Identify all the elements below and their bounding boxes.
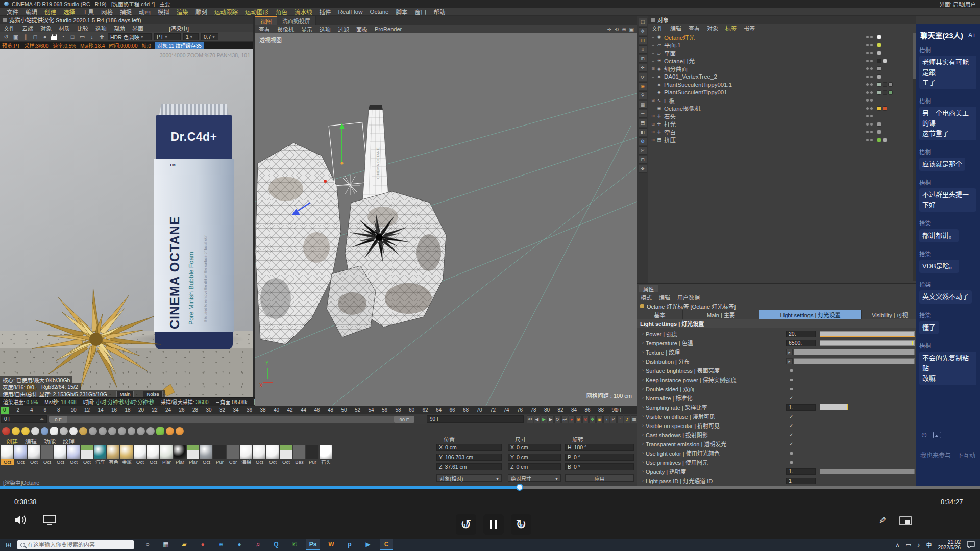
menu-工具[interactable]: 工具 bbox=[79, 8, 97, 16]
rewind-10-button[interactable]: ↺10 bbox=[456, 514, 476, 535]
side-tool-icon-15[interactable]: ⊡ bbox=[639, 156, 647, 164]
grid-icon[interactable]: ▦ bbox=[631, 415, 638, 423]
visibility-dots[interactable] bbox=[866, 44, 873, 46]
material-item[interactable]: 有色 bbox=[107, 445, 120, 467]
side-tool-icon-1[interactable]: ✥ bbox=[639, 27, 647, 35]
material-item[interactable]: Oct bbox=[81, 445, 93, 467]
tag-chip[interactable] bbox=[888, 82, 893, 87]
visibility-dot-bottom[interactable] bbox=[870, 76, 873, 78]
side-tool-icon-14[interactable]: ✂ bbox=[639, 146, 647, 155]
rotation-key-icon[interactable]: ◑ bbox=[603, 415, 610, 423]
coords-field-旋转-H[interactable]: H180 ° bbox=[565, 444, 634, 451]
material-thumbnail[interactable] bbox=[253, 445, 265, 459]
coords-field-尺寸-Y[interactable]: Y0 cm bbox=[508, 454, 561, 461]
attr-checkbox-empty[interactable] bbox=[790, 452, 793, 455]
taskbar-clock[interactable]: 21:02 2022/5/26 bbox=[938, 539, 961, 550]
music-icon[interactable]: ♫ bbox=[251, 539, 264, 550]
material-item[interactable]: Plar bbox=[174, 445, 186, 467]
position-key-icon[interactable]: ✥ bbox=[589, 415, 596, 423]
material-item[interactable]: Oct bbox=[253, 445, 266, 467]
keyframe-selection-icon[interactable]: ⚷ bbox=[624, 415, 630, 423]
menu-雕刻[interactable]: 雕刻 bbox=[192, 8, 211, 16]
task-view-icon[interactable]: ▦ bbox=[159, 539, 173, 550]
side-tool-icon-16[interactable]: ❖ bbox=[639, 165, 647, 173]
menu-网格[interactable]: 网格 bbox=[97, 8, 116, 16]
visibility-dots[interactable] bbox=[866, 99, 873, 102]
material-item[interactable]: Oct bbox=[200, 445, 213, 467]
screen-share-icon[interactable] bbox=[43, 514, 56, 525]
tag-chip[interactable] bbox=[877, 66, 881, 71]
forward-30-button[interactable]: ↻30 bbox=[511, 514, 531, 535]
material-thumbnail[interactable] bbox=[200, 445, 212, 459]
object-name[interactable]: 空白 bbox=[664, 128, 676, 136]
volume-icon[interactable] bbox=[14, 514, 28, 525]
menu-捕捉[interactable]: 捕捉 bbox=[116, 8, 135, 16]
attr-checkbox-checked[interactable]: ✓ bbox=[789, 414, 793, 419]
render-result-image[interactable]: 3000*4000 ZOOM:%70 PAN:438,-101 Dr.C4d+ … bbox=[0, 49, 253, 397]
player-icon[interactable]: ▶ bbox=[361, 539, 375, 550]
material-item[interactable]: Cor bbox=[227, 445, 239, 467]
menu-动画[interactable]: 动画 bbox=[135, 8, 154, 16]
range-start-grip[interactable]: 0 F bbox=[49, 416, 67, 423]
visibility-dot-top[interactable] bbox=[866, 107, 869, 110]
visibility-dot-top[interactable] bbox=[866, 123, 869, 126]
video-progress-knob[interactable] bbox=[516, 484, 523, 491]
menu-模拟[interactable]: 模拟 bbox=[154, 8, 173, 16]
font-size-button[interactable]: A+ bbox=[968, 32, 976, 39]
tag-chip[interactable] bbox=[888, 90, 893, 95]
object-menu-文件[interactable]: 文件 bbox=[648, 24, 667, 32]
octane-material-icon-13[interactable] bbox=[128, 427, 136, 435]
main-pass-button[interactable]: Main bbox=[116, 391, 134, 397]
material-item[interactable]: Oct bbox=[28, 445, 40, 467]
octane-material-icon-18[interactable] bbox=[176, 427, 184, 435]
object-name[interactable]: Octane日光 bbox=[664, 57, 695, 65]
visibility-dots[interactable] bbox=[866, 107, 873, 110]
image-upload-icon[interactable] bbox=[933, 432, 941, 438]
attr-menu-编辑[interactable]: 编辑 bbox=[655, 293, 674, 302]
object-row-挤压[interactable]: ⊞⬒挤压 bbox=[648, 136, 913, 144]
pip-icon[interactable] bbox=[899, 516, 912, 525]
box-icon[interactable]: □ bbox=[69, 34, 76, 40]
visibility-dot-top[interactable] bbox=[866, 83, 869, 86]
material-thumbnail[interactable] bbox=[67, 445, 80, 459]
menu-选择[interactable]: 选择 bbox=[60, 8, 79, 16]
material-item[interactable]: Oct bbox=[266, 445, 279, 467]
side-tool-icon-8[interactable]: ⚲ bbox=[639, 91, 647, 99]
material-item[interactable]: Plar bbox=[160, 445, 173, 467]
object-row-PlantSucculentTippy001[interactable]: –♣PlantSucculentTippy001 bbox=[648, 89, 913, 97]
visibility-dots[interactable] bbox=[866, 131, 873, 133]
menu-Octane[interactable]: Octane bbox=[366, 9, 392, 15]
menu-运动图形[interactable]: 运动图形 bbox=[241, 8, 272, 16]
material-item[interactable]: Oct bbox=[41, 445, 54, 467]
range-end-grip[interactable]: 90 F bbox=[394, 416, 414, 423]
object-name[interactable]: L 板 bbox=[664, 96, 675, 105]
side-tool-icon-6[interactable]: ⟳ bbox=[639, 73, 647, 81]
hdr-dropdown[interactable]: HDR 色调映▾ bbox=[108, 33, 152, 40]
visibility-dots[interactable] bbox=[866, 123, 873, 126]
chat-input-hint[interactable]: 我也来参与一下互动 bbox=[920, 450, 975, 459]
octane-material-icon-9[interactable] bbox=[89, 427, 97, 435]
tag-chip[interactable] bbox=[877, 138, 881, 142]
material-item[interactable]: Pur bbox=[213, 445, 226, 467]
material-item[interactable]: 海绵 bbox=[240, 445, 253, 467]
pause-icon[interactable]: ∥ bbox=[22, 34, 29, 40]
loop-icon[interactable]: ⟳ bbox=[554, 415, 561, 423]
octane-material-icon-16[interactable] bbox=[156, 427, 164, 435]
record-icon[interactable]: ● bbox=[569, 415, 575, 423]
visibility-dots[interactable] bbox=[866, 67, 873, 70]
expand-icon[interactable]: ⊞ bbox=[650, 114, 656, 118]
material-item[interactable]: 汽车 bbox=[94, 445, 107, 467]
side-tool-icon-7[interactable]: ◉ bbox=[639, 82, 647, 90]
object-row-平面.1[interactable]: –▱平面.1 bbox=[648, 41, 913, 49]
octane-material-icon-12[interactable] bbox=[118, 427, 126, 435]
notification-icon[interactable] bbox=[967, 541, 975, 548]
pan-icon[interactable]: ✛ bbox=[607, 27, 611, 32]
tag-chip[interactable] bbox=[877, 51, 881, 55]
menu-窗口[interactable]: 窗口 bbox=[411, 8, 430, 16]
visibility-dots[interactable] bbox=[866, 36, 873, 38]
visibility-dots[interactable] bbox=[866, 60, 873, 62]
object-name[interactable]: PlantSucculentTippy001.1 bbox=[664, 82, 732, 88]
render-menu-材质[interactable]: 材质 bbox=[55, 24, 74, 32]
menu-插件[interactable]: 插件 bbox=[316, 8, 335, 16]
menu-RealFlow[interactable]: RealFlow bbox=[335, 9, 366, 15]
